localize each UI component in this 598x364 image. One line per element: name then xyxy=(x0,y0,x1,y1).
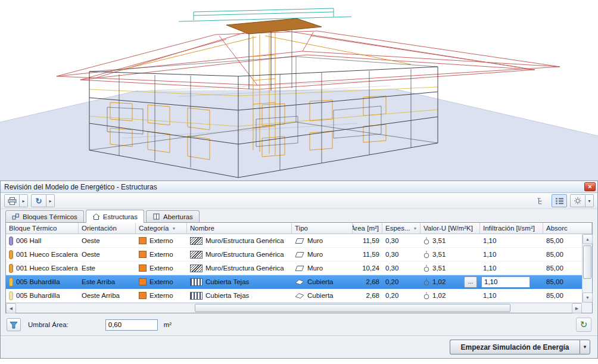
list-view-icon xyxy=(555,197,564,205)
refresh-flyout-arrow[interactable]: ▸ xyxy=(46,194,55,207)
category-color-icon xyxy=(139,292,147,299)
tab-estructuras[interactable]: Estructuras xyxy=(86,210,144,223)
orientation-cell: Este xyxy=(79,262,136,275)
start-simulation-button[interactable]: Empezar Simulación de Energía xyxy=(450,340,580,354)
infiltration-cell: 1,10 xyxy=(480,248,543,261)
area-cell: 10,24 xyxy=(353,262,382,275)
print-button[interactable] xyxy=(4,194,20,207)
printer-icon xyxy=(8,197,17,205)
3d-model-viewport[interactable] xyxy=(0,0,598,181)
type-label: Muro xyxy=(307,237,323,244)
gear-icon xyxy=(574,197,582,205)
horizontal-scrollbar[interactable]: ◀ ▶ xyxy=(6,303,582,313)
tab-label: Estructuras xyxy=(103,213,138,220)
settings-button[interactable] xyxy=(570,194,585,207)
roof-type-icon xyxy=(295,293,304,299)
table-body: 006 HallOesteExternoMuro/Estructura Gené… xyxy=(6,234,582,303)
uvalue-calculator-button[interactable]: ... xyxy=(464,276,477,288)
thermal-block-color-icon xyxy=(9,291,13,300)
filter-funnel-button[interactable] xyxy=(7,318,21,331)
umbral-area-unit: m² xyxy=(164,321,172,328)
column-header[interactable]: Valor-U [W/m²K] xyxy=(421,223,480,234)
horizontal-scroll-track[interactable] xyxy=(16,303,572,313)
category-color-icon xyxy=(139,265,147,272)
material-hatch-icon xyxy=(190,237,203,245)
column-label: Orientación xyxy=(82,225,117,232)
column-label: Absorc xyxy=(546,225,568,232)
umbral-area-input[interactable] xyxy=(105,319,158,331)
column-header[interactable]: Nombre xyxy=(187,223,292,234)
column-label: Categoría xyxy=(139,225,169,232)
start-simulation-label: Empezar Simulación de Energía xyxy=(460,343,569,351)
table-row[interactable]: 005 BuhardillaOeste ArribaExternoCubiert… xyxy=(6,289,582,303)
column-header[interactable]: Espes...▼ xyxy=(382,223,421,234)
column-header[interactable]: Categoría▼ xyxy=(136,223,187,234)
uvalue-icon xyxy=(423,278,429,286)
area-cell: 11,59 xyxy=(353,248,382,261)
orientation-cell: Este Arriba xyxy=(79,275,136,288)
building-wireframe-3d xyxy=(0,0,598,181)
scroll-right-button[interactable]: ▶ xyxy=(572,303,582,313)
wall-type-icon xyxy=(295,238,304,244)
blocks-icon xyxy=(12,213,20,220)
column-label: Infiltración [l/sm²] xyxy=(483,225,535,232)
list-view-button[interactable] xyxy=(552,194,567,207)
column-header[interactable]: Absorc xyxy=(543,223,592,234)
area-cell: 11,59 xyxy=(353,234,382,247)
thickness-cell: 0,20 xyxy=(382,275,421,288)
sort-indicator-icon: ▼ xyxy=(172,226,176,231)
structures-table: Bloque TérmicoOrientaciónCategoría▼Nombr… xyxy=(5,222,593,313)
refresh-icon: ↻ xyxy=(36,197,42,206)
absorption-cell: 85,00 xyxy=(543,275,582,288)
house-icon xyxy=(92,213,100,220)
column-header[interactable]: Área [m²] xyxy=(353,223,382,234)
type-label: Muro xyxy=(307,265,323,272)
horizontal-scroll-thumb[interactable] xyxy=(195,304,510,312)
uvalue-icon xyxy=(423,237,429,245)
area-cell: 2,68 xyxy=(353,275,382,288)
start-simulation-dropdown[interactable]: ▼ xyxy=(580,340,590,354)
column-header[interactable]: Orientación xyxy=(79,223,136,234)
tab-bloques-termicos[interactable]: Bloques Térmicos xyxy=(5,210,84,222)
absorption-cell: 85,00 xyxy=(543,262,582,275)
thickness-cell: 0,30 xyxy=(382,262,421,275)
dialog-titlebar[interactable]: Revisión del Modelo de Energético - Estr… xyxy=(1,181,597,193)
refresh-button[interactable]: ↻ xyxy=(31,194,46,207)
print-flyout-arrow[interactable]: ▸ xyxy=(20,194,28,207)
table-row[interactable]: 001 Hueco EscaleraOesteExternoMuro/Estru… xyxy=(6,248,582,262)
thermal-block-label: 001 Hueco Escalera xyxy=(16,265,78,272)
scroll-left-button[interactable]: ◀ xyxy=(6,303,16,313)
scroll-up-button[interactable]: ▲ xyxy=(583,234,593,244)
table-row[interactable]: 005 BuhardillaEste ArribaExternoCubierta… xyxy=(6,275,582,289)
vertical-scroll-thumb[interactable] xyxy=(583,245,591,279)
table-row[interactable]: 006 HallOesteExternoMuro/Estructura Gené… xyxy=(6,234,582,248)
thermal-block-label: 005 Buhardilla xyxy=(16,278,60,285)
close-button[interactable]: × xyxy=(584,182,596,191)
table-header: Bloque TérmicoOrientaciónCategoría▼Nombr… xyxy=(6,223,592,234)
column-header[interactable]: Bloque Térmico xyxy=(6,223,79,234)
material-hatch-icon xyxy=(190,265,203,272)
thermal-block-color-icon xyxy=(9,237,13,245)
infiltration-cell: 1,10 xyxy=(480,289,543,302)
sort-indicator-icon: ▼ xyxy=(413,226,418,231)
material-hatch-icon xyxy=(190,278,203,286)
opening-icon xyxy=(152,213,160,220)
column-header[interactable]: Infiltración [l/sm²] xyxy=(480,223,543,234)
infiltration-input[interactable] xyxy=(481,276,530,288)
thermal-block-color-icon xyxy=(9,278,13,287)
vertical-scroll-track[interactable] xyxy=(583,244,592,293)
tree-view-button[interactable] xyxy=(533,194,549,207)
orientation-cell: Oeste Arriba xyxy=(79,289,136,302)
tab-aberturas[interactable]: Aberturas xyxy=(146,210,200,222)
update-button[interactable]: ↻ xyxy=(576,318,591,332)
column-header[interactable]: Tipo xyxy=(292,223,353,234)
area-cell: 2,68 xyxy=(353,289,382,302)
scroll-down-button[interactable]: ▼ xyxy=(583,293,593,303)
table-row[interactable]: 001 Hueco EscaleraEsteExternoMuro/Estruc… xyxy=(6,262,582,275)
settings-dropdown-arrow[interactable]: ▾ xyxy=(585,194,594,207)
thermal-block-color-icon xyxy=(9,250,13,259)
scrollbar-corner xyxy=(582,303,592,313)
vertical-scrollbar[interactable]: ▲ ▼ xyxy=(582,234,592,303)
thickness-cell: 0,20 xyxy=(382,289,421,302)
absorption-cell: 85,00 xyxy=(543,248,582,261)
